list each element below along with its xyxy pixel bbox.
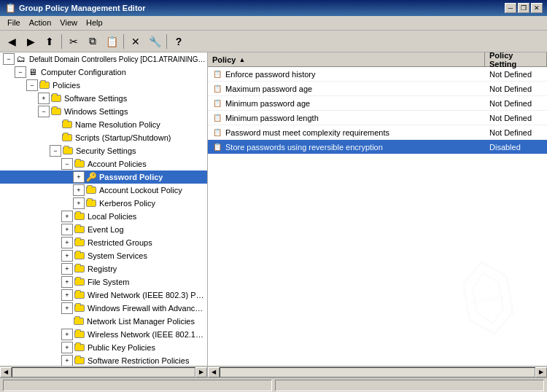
tree-item-restricted[interactable]: + Restricted Groups	[0, 236, 207, 249]
window-title: Group Policy Management Editor	[19, 4, 146, 12]
expand-lockout[interactable]: +	[73, 184, 85, 196]
policy-name: Store passwords using reversible encrypt…	[225, 143, 383, 152]
cut-button[interactable]: ✂	[65, 33, 82, 50]
expand-softrestrict[interactable]: +	[61, 355, 73, 366]
policies-icon	[39, 79, 50, 91]
tree-item-nameresol[interactable]: Name Resolution Policy	[0, 118, 207, 131]
tree-item-sysservices[interactable]: + System Services	[0, 249, 207, 262]
table-row[interactable]: 📋 Minimum password age Not Defined	[208, 96, 547, 111]
table-row[interactable]: 📋 Enforce password history Not Defined	[208, 67, 547, 82]
expand-localpol[interactable]: +	[61, 211, 73, 222]
menu-help[interactable]: Help	[82, 17, 107, 28]
forward-button[interactable]: ▶	[22, 33, 39, 50]
expand-registry[interactable]: +	[61, 263, 73, 275]
kerberos-icon	[85, 197, 97, 209]
tree-item-pubkey[interactable]: + Public Key Policies	[0, 341, 207, 354]
tree-label-wired: Wired Network (IEEE 802.3) Poli...	[88, 291, 207, 299]
policy-row-icon: 📋	[212, 84, 222, 94]
tree-label-eventlog: Event Log	[88, 225, 124, 234]
restore-button[interactable]: ❐	[518, 3, 529, 13]
delete-button[interactable]: ✕	[127, 33, 144, 50]
tree-item-computer[interactable]: − 🖥 Computer Configuration	[0, 66, 207, 79]
menu-view[interactable]: View	[55, 17, 82, 28]
list-body[interactable]: 📋 Enforce password history Not Defined 📋…	[208, 67, 547, 366]
close-button[interactable]: ✕	[531, 3, 543, 13]
policy-name: Minimum password age	[225, 99, 310, 108]
passwordpol-icon: 🔑	[85, 171, 97, 183]
tree-hscrollbar[interactable]: ◀ ▶	[0, 366, 207, 377]
right-scroll-right[interactable]: ▶	[535, 367, 547, 377]
expand-wireless[interactable]: +	[61, 329, 73, 340]
right-hscrollbar[interactable]: ◀ ▶	[208, 366, 547, 377]
back-button[interactable]: ◀	[3, 33, 20, 50]
paste-button[interactable]: 📋	[103, 33, 120, 50]
policy-cell: 📋 Minimum password length	[208, 111, 485, 125]
expand-winfirewall[interactable]: +	[61, 302, 73, 314]
tree-item-scripts[interactable]: Scripts (Startup/Shutdown)	[0, 131, 207, 144]
window-controls: ─ ❐ ✕	[505, 3, 543, 13]
expand-kerberos[interactable]: +	[73, 197, 85, 209]
tree-label-scripts: Scripts (Startup/Shutdown)	[75, 133, 171, 142]
localpol-icon	[74, 211, 85, 222]
tree-item-wired[interactable]: + Wired Network (IEEE 802.3) Poli...	[0, 289, 207, 302]
expand-computer[interactable]: −	[15, 66, 26, 78]
tree-item-windows[interactable]: − Windows Settings	[0, 105, 207, 118]
expand-policies[interactable]: −	[26, 79, 38, 91]
menu-file[interactable]: File	[3, 17, 25, 28]
setting-cell: Not Defined	[485, 112, 547, 124]
netlistmgr-icon	[73, 315, 85, 327]
right-scroll-left[interactable]: ◀	[208, 367, 220, 377]
expand-root[interactable]: −	[3, 53, 15, 65]
table-row[interactable]: 📋 Store passwords using reversible encry…	[208, 140, 547, 154]
properties-button[interactable]: 🔧	[146, 33, 163, 50]
tree-item-filesystem[interactable]: + File System	[0, 275, 207, 289]
tree-item-netlistmgr[interactable]: Network List Manager Policies	[0, 315, 207, 328]
tree-item-passwordpol[interactable]: + 🔑 Password Policy	[0, 170, 207, 184]
expand-windows[interactable]: −	[38, 106, 50, 117]
menu-action[interactable]: Action	[25, 17, 56, 28]
tree-item-kerberos[interactable]: + Kerberos Policy	[0, 197, 207, 210]
expand-restricted[interactable]: +	[61, 237, 73, 248]
tree-item-security[interactable]: − Security Settings	[0, 144, 207, 157]
tree-item-winfirewall[interactable]: + Windows Firewall with Advanced ...	[0, 302, 207, 315]
tree-item-localpol[interactable]: + Local Policies	[0, 210, 207, 223]
expand-security[interactable]: −	[50, 145, 61, 157]
tree-item-accountpol[interactable]: − Account Policies	[0, 157, 207, 170]
copy-button[interactable]: ⧉	[84, 33, 101, 50]
expand-accountpol[interactable]: −	[61, 158, 73, 170]
security-icon	[62, 145, 74, 157]
tree-scroll-track[interactable]	[12, 367, 195, 377]
expand-wired[interactable]: +	[61, 289, 73, 301]
tree-panel: − 🗂 Default Domain Controllers Policy [D…	[0, 52, 208, 377]
expand-eventlog[interactable]: +	[61, 224, 73, 235]
table-row[interactable]: 📋 Maximum password age Not Defined	[208, 82, 547, 96]
help-button[interactable]: ?	[170, 33, 187, 50]
tree-item-eventlog[interactable]: + Event Log	[0, 223, 207, 236]
expand-passwordpol[interactable]: +	[73, 171, 85, 183]
up-button[interactable]: ⬆	[41, 33, 58, 50]
expand-pubkey[interactable]: +	[61, 342, 73, 353]
tree-item-root[interactable]: − 🗂 Default Domain Controllers Policy [D…	[0, 52, 207, 66]
tree-scroll-right[interactable]: ▶	[195, 367, 207, 377]
table-row[interactable]: 📋 Password must meet complexity requirem…	[208, 125, 547, 140]
tree-item-registry[interactable]: + Registry	[0, 262, 207, 275]
right-scroll-track[interactable]	[220, 367, 535, 377]
tree-panel-inner[interactable]: − 🗂 Default Domain Controllers Policy [D…	[0, 52, 207, 377]
tree-item-policies[interactable]: − Policies	[0, 79, 207, 92]
tree-item-lockout[interactable]: + Account Lockout Policy	[0, 184, 207, 197]
expand-sysservices[interactable]: +	[61, 250, 73, 262]
minimize-button[interactable]: ─	[505, 3, 516, 13]
policy-row-icon: 📋	[212, 142, 222, 152]
tree-item-software[interactable]: + Software Settings	[0, 92, 207, 105]
col-header-policy[interactable]: Policy ▲	[208, 52, 485, 66]
setting-cell: Not Defined	[485, 127, 547, 138]
policy-cell: 📋 Minimum password age	[208, 97, 485, 110]
tree-item-wireless[interactable]: + Wireless Network (IEEE 802.11) P...	[0, 328, 207, 341]
table-row[interactable]: 📋 Minimum password length Not Defined	[208, 111, 547, 125]
accountpol-icon	[74, 158, 85, 170]
tree-scroll-left[interactable]: ◀	[0, 367, 12, 377]
expand-software[interactable]: +	[38, 93, 50, 104]
scripts-icon	[61, 132, 73, 144]
expand-filesystem[interactable]: +	[61, 276, 73, 288]
col-header-setting[interactable]: Policy Setting	[485, 52, 547, 66]
